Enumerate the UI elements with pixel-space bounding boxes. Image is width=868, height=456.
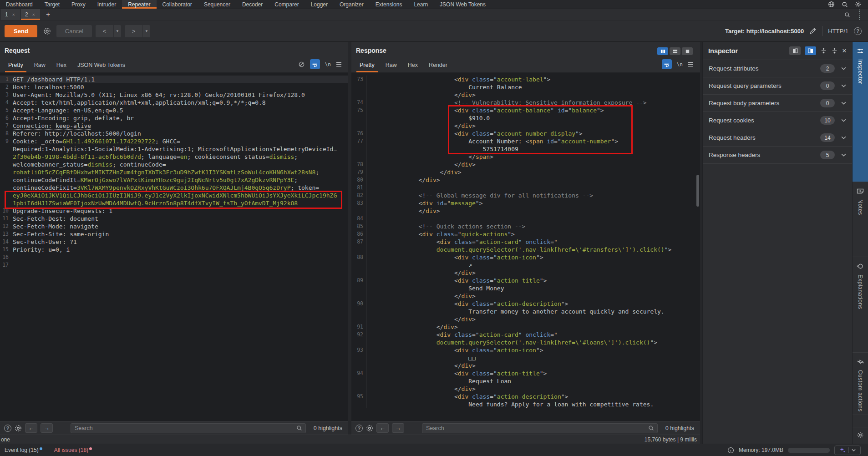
request-tab-json-web-tokens[interactable]: JSON Web Tokens [72,59,131,72]
menu-item-target[interactable]: Target [39,0,66,9]
expand-all-icon[interactable] [820,47,827,54]
inspector-dock-right-button[interactable] [805,46,816,55]
menu-item-intruder[interactable]: Intruder [91,0,122,9]
repeater-tab-1[interactable]: 1× [1,9,20,20]
add-tab-button[interactable]: + [41,9,55,20]
menu-item-comparer[interactable]: Comparer [269,0,305,9]
request-panel: Request PrettyRawHexJSON Web Tokens \n 1… [0,42,348,435]
notes-icon [857,187,864,195]
code-row: Need funds? Apply for a loan with compet… [351,400,700,408]
hide-nonprinting-icon[interactable] [298,61,305,68]
menu-item-repeater[interactable]: Repeater [122,0,156,9]
history-forward-dropdown[interactable]: ▼ [142,25,150,37]
menu-item-logger[interactable]: Logger [305,0,334,9]
inspector-dock-left-button[interactable] [789,46,801,55]
line-number: 88 [351,253,367,261]
collapse-all-icon[interactable] [831,47,838,54]
edit-target-pencil-icon[interactable] [809,27,817,35]
request-tab-raw[interactable]: Raw [29,59,51,72]
response-tab-hex[interactable]: Hex [402,59,423,72]
prev-match-button[interactable]: ← [25,423,37,433]
menu-item-json-web-tokens[interactable]: JSON Web Tokens [434,0,492,9]
menu-item-extensions[interactable]: Extensions [370,0,408,9]
request-editor[interactable]: 1GET /dashboard HTTP/1.12Host: localhost… [0,73,348,421]
code-row: </div> [351,122,700,130]
global-search-icon[interactable] [842,1,848,8]
menu-item-learn[interactable]: Learn [408,0,434,9]
response-tab-render[interactable]: Render [423,59,453,72]
side-tab-notes[interactable]: Notes [853,182,868,257]
request-tab-pretty[interactable]: Pretty [3,59,29,72]
menu-item-proxy[interactable]: Proxy [66,0,91,9]
request-tab-hex[interactable]: Hex [51,59,72,72]
response-editor[interactable]: 73<div class="account-label">Current Bal… [351,73,700,421]
search-input[interactable] [75,425,296,431]
inspector-section-response-headers[interactable]: Response headers5 [703,147,852,164]
send-settings-gear-button[interactable] [41,25,53,37]
search-settings-gear-icon[interactable] [15,425,22,432]
line-number [0,184,11,192]
line-number: 10 [0,207,11,215]
send-button[interactable]: Send [5,25,37,37]
prev-match-button[interactable]: ← [376,423,389,433]
word-wrap-toggle-button[interactable] [310,59,320,69]
close-icon[interactable]: × [842,47,847,55]
history-back-button[interactable]: < ▼ [96,25,121,37]
section-label: Request cookies [709,117,754,124]
inspector-section-request-cookies[interactable]: Request cookies10 [703,112,852,129]
response-tab-pretty[interactable]: Pretty [354,59,380,72]
side-tab-explanations[interactable]: Explanations [853,257,868,353]
inspector-section-request-query-parameters[interactable]: Request query parameters0 [703,77,852,95]
help-icon[interactable]: ? [854,27,862,35]
menu-item-collaborator[interactable]: Collaborator [157,0,198,9]
tab-search-icon[interactable] [844,12,850,18]
repeater-tab-2[interactable]: 2× [21,9,40,20]
cancel-button[interactable]: Cancel [56,25,92,37]
code-row: Current Balance [351,83,700,91]
history-back-dropdown[interactable]: ▼ [113,25,121,37]
close-tab-icon[interactable]: × [12,12,15,17]
search-help-icon[interactable]: ? [355,425,363,432]
inspector-section-request-attributes[interactable]: Request attributes2 [703,60,852,77]
response-tab-raw[interactable]: Raw [380,59,402,72]
history-forward-button[interactable]: > ▼ [125,25,150,37]
line-number [0,153,11,161]
ai-assistant-button[interactable] [834,446,861,455]
menu-item-dashboard[interactable]: Dashboard [0,0,39,9]
side-tab-custom-actions[interactable]: Custom actions [853,353,868,415]
inspector-section-request-headers[interactable]: Request headers14 [703,129,852,147]
next-match-button[interactable]: → [41,423,53,433]
layout-single-button[interactable] [682,47,693,55]
line-number [351,400,367,408]
menu-item-organizer[interactable]: Organizer [334,0,370,9]
inspector-section-request-body-parameters[interactable]: Request body parameters0 [703,95,852,112]
menu-item-decoder[interactable]: Decoder [236,0,269,9]
newline-toggle[interactable]: \n [677,61,683,67]
next-match-button[interactable]: → [392,423,404,433]
layout-rows-button[interactable] [670,47,680,55]
close-tab-icon[interactable]: × [32,12,35,17]
layout-columns-button[interactable] [657,47,668,55]
kebab-menu-icon[interactable]: ⋮⋮ [857,9,863,20]
line-number [351,145,367,153]
count-badge: 0 [820,99,835,107]
side-tab-inspector[interactable]: Inspector [853,42,868,182]
word-wrap-toggle-button[interactable] [662,59,672,69]
search-settings-gear-icon[interactable] [366,425,373,432]
code-row: 79</div> [351,168,700,176]
event-log-button[interactable]: Event log (15) [5,447,42,453]
chevron-down-icon [841,84,846,87]
editor-menu-icon[interactable] [688,62,694,67]
count-badge: 5 [820,151,835,159]
search-field [422,423,658,433]
all-issues-button[interactable]: All issues (18) [54,447,92,453]
side-strip-settings-gear-icon[interactable] [853,427,868,444]
info-icon[interactable] [727,447,734,454]
settings-gear-icon[interactable] [855,1,862,8]
newline-toggle[interactable]: \n [325,61,331,67]
menu-item-sequencer[interactable]: Sequencer [198,0,236,9]
search-input[interactable] [426,425,648,431]
editor-menu-icon[interactable] [336,62,342,67]
search-help-icon[interactable]: ? [4,425,11,432]
proxy-intercept-globe-icon[interactable] [828,1,835,8]
